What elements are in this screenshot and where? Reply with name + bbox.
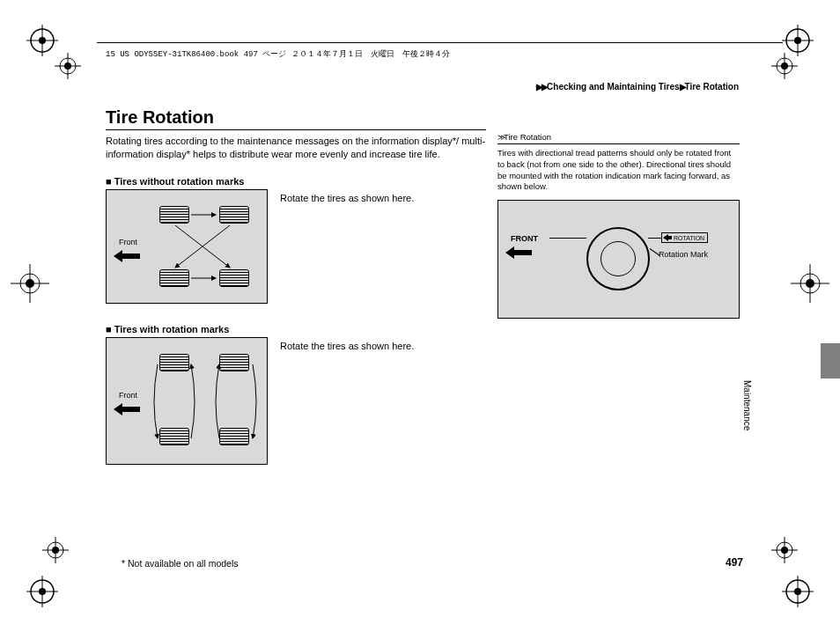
svg-marker-40 [114, 250, 140, 262]
page-number: 497 [726, 556, 743, 569]
svg-point-3 [39, 37, 46, 44]
section-heading-2: ■ Tires with rotation marks [106, 324, 229, 334]
rotation-badge-text: ROTATION [674, 235, 704, 241]
rotation-diagram-cross: Front [106, 189, 268, 304]
crop-mark-icon [782, 576, 814, 607]
breadcrumb-a: Checking and Maintaining Tires [547, 82, 679, 92]
crop-mark-icon [791, 264, 829, 303]
side-note-title: Tire Rotation [504, 132, 551, 142]
svg-point-35 [64, 62, 71, 70]
svg-marker-46 [505, 246, 532, 259]
svg-marker-45 [114, 403, 140, 415]
footnote: * Not available on all models [122, 558, 239, 569]
section-heading-2-text: Tires with rotation marks [114, 324, 230, 334]
arrow-left-icon [114, 250, 140, 262]
svg-point-15 [794, 588, 801, 595]
leader-line [549, 238, 586, 239]
rotation-mark-label: Rotation Mark [659, 250, 708, 259]
section-tab-label: Maintenance [742, 380, 752, 430]
rotation-arrows-icon [151, 354, 265, 451]
side-note-header: ≫Tire Rotation [497, 132, 740, 144]
header-rule [97, 42, 783, 43]
crop-mark-icon [771, 537, 798, 563]
arrow-left-icon [663, 234, 672, 241]
section-heading-1: ■ Tires without rotation marks [106, 176, 244, 187]
section-heading-1-text: Tires without rotation marks [114, 176, 245, 187]
directional-tire-diagram: FRONT ROTATION Rotation Mark [497, 200, 740, 319]
breadcrumb-b: Tire Rotation [685, 82, 739, 92]
svg-point-11 [39, 588, 46, 595]
rotate-instruction-2: Rotate the tires as shown here. [280, 341, 414, 351]
rotate-instruction-1: Rotate the tires as shown here. [280, 193, 414, 203]
front-label: Front [119, 238, 137, 246]
intro-text: Rotating tires according to the maintena… [106, 135, 486, 161]
title-rule [106, 129, 486, 130]
svg-marker-47 [663, 234, 672, 241]
crop-mark-icon [42, 537, 69, 563]
breadcrumb: ▶▶Checking and Maintaining Tires▶Tire Ro… [536, 82, 739, 92]
print-header: 15 US ODYSSEY-31TK86400.book 497 ページ ２０１… [106, 48, 450, 60]
page-title: Tire Rotation [106, 107, 214, 128]
rotation-badge: ROTATION [661, 232, 708, 243]
rotation-diagram-straight: Front [106, 337, 268, 465]
svg-point-39 [781, 62, 788, 70]
tire-wheel-icon [586, 227, 650, 290]
svg-point-23 [806, 279, 814, 288]
crop-mark-icon [771, 53, 798, 79]
crop-mark-icon [26, 25, 58, 56]
crop-mark-icon [782, 25, 814, 56]
chevron-icon: ▶▶ [536, 82, 547, 92]
front-label: Front [119, 391, 137, 400]
crop-mark-icon [55, 53, 81, 79]
crop-mark-icon [11, 264, 49, 303]
chevron-icon: ≫ [497, 133, 504, 142]
leader-line [648, 238, 662, 239]
side-note-body: Tires with directional tread patterns sh… [497, 148, 740, 193]
crop-mark-icon [26, 576, 58, 607]
svg-point-19 [26, 279, 34, 288]
arrow-left-icon [505, 246, 532, 259]
rotation-arrows-icon [159, 206, 256, 287]
side-note: ≫Tire Rotation Tires with directional tr… [497, 132, 740, 319]
svg-point-31 [781, 547, 788, 554]
section-tab [821, 343, 840, 378]
front-label: FRONT [511, 234, 538, 243]
svg-point-27 [52, 547, 59, 554]
svg-point-7 [794, 37, 801, 44]
arrow-left-icon [114, 403, 140, 415]
